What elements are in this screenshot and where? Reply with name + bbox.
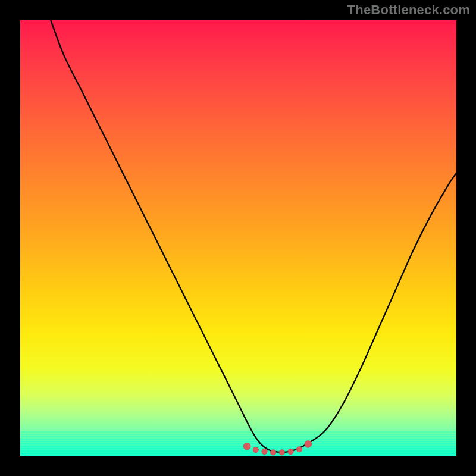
bottom-marker	[262, 449, 267, 454]
bottom-marker	[271, 450, 276, 455]
bottom-marker	[279, 450, 284, 455]
bottom-marker-group	[243, 441, 311, 455]
watermark-text: TheBottleneck.com	[347, 2, 470, 18]
curve-layer	[20, 20, 456, 456]
bottom-marker	[288, 449, 293, 454]
bottom-marker	[253, 447, 258, 452]
plot-area	[20, 20, 456, 456]
bottom-marker	[305, 441, 312, 448]
bottom-marker	[243, 443, 250, 450]
bottleneck-curve	[51, 20, 456, 452]
bottom-marker	[297, 447, 302, 452]
chart-stage: TheBottleneck.com	[0, 0, 476, 476]
